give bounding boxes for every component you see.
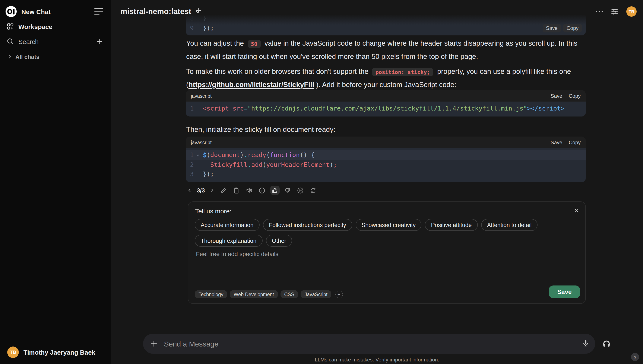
play-circle-icon [297, 187, 304, 194]
feedback-option[interactable]: Accurate information [195, 219, 260, 231]
thumbs-down-icon [284, 187, 291, 194]
user-menu[interactable]: TB Timothy Jaeryang Baek [4, 344, 107, 360]
code-line: 2 Stickyfill.add(yourHeaderElement); [186, 160, 586, 170]
help-button[interactable]: ? [631, 353, 639, 361]
assistant-paragraph: You can adjust the 50 value in the JavaS… [186, 37, 586, 62]
code-copy-button[interactable]: Copy [569, 139, 581, 145]
assistant-paragraph: To make this work on older browsers that… [186, 65, 586, 90]
app-logo[interactable] [6, 6, 17, 17]
bad-response-button[interactable] [283, 186, 292, 195]
app-window: New Chat Workspace Search [0, 0, 643, 364]
chevron-left-icon [187, 188, 192, 193]
feedback-options: Accurate informationFollowed instruction… [195, 219, 579, 247]
ellipsis-icon [596, 11, 597, 12]
sidebar-item-all-chats[interactable]: All chats [4, 51, 108, 62]
feedback-option[interactable]: Followed instructions perfectly [263, 219, 352, 231]
sidebar-item-search[interactable]: Search [4, 35, 108, 48]
voice-input-button[interactable] [581, 339, 590, 347]
more-options-button[interactable] [596, 11, 603, 12]
model-selector[interactable]: mistral-nemo:latest [120, 6, 200, 18]
sidebar-item-workspace[interactable]: Workspace [4, 20, 108, 33]
sidebar-add-button[interactable] [96, 38, 103, 45]
code-fold-icon[interactable] [196, 153, 202, 157]
search-icon [7, 38, 14, 45]
code-floating-actions: Save Copy [542, 24, 582, 32]
new-chat-button[interactable]: New Chat [21, 8, 51, 15]
feedback-save-button[interactable]: Save [549, 286, 580, 298]
code-save-button[interactable]: Save [550, 139, 562, 145]
next-response-button[interactable] [209, 186, 216, 194]
feedback-title: Tell us more: [195, 208, 231, 215]
refresh-icon [310, 187, 317, 194]
code-line: 9 }); [186, 23, 586, 33]
sidebar-header: New Chat [6, 5, 107, 18]
plus-icon [150, 340, 158, 348]
logo-ring [7, 9, 13, 14]
user-name: Timothy Jaeryang Baek [24, 348, 95, 356]
call-button[interactable] [602, 339, 611, 348]
good-response-button[interactable] [270, 186, 280, 195]
close-feedback-button[interactable] [572, 206, 581, 215]
code-copy-button[interactable]: Copy [563, 24, 582, 32]
code-line: 1 <script src="https://cdnjs.cloudflare.… [186, 104, 586, 113]
edit-button[interactable] [219, 186, 228, 195]
attach-button[interactable] [150, 340, 158, 348]
response-pager: 3/3 [197, 187, 205, 194]
sidebar-toggle-icon[interactable] [94, 8, 104, 15]
sidebar-item-label: All chats [15, 54, 40, 60]
close-icon [574, 208, 579, 213]
info-icon [259, 187, 266, 194]
code-line: 8 } [186, 14, 586, 23]
info-button[interactable] [257, 186, 267, 195]
message-input[interactable] [163, 334, 570, 354]
logo-bar [13, 9, 15, 14]
sliders-icon [610, 8, 619, 16]
plus-icon: + [338, 291, 340, 297]
code-block-javascript: javascript Save Copy 1 <script src="http… [186, 90, 586, 116]
previous-response-button[interactable] [186, 186, 193, 194]
code-copy-button[interactable]: Copy [569, 93, 581, 99]
add-tag-button[interactable]: + [335, 290, 343, 298]
code-language-label: javascript [191, 93, 212, 98]
code-block-header: javascript Save Copy [186, 136, 586, 148]
message-actions: 3/3 [186, 185, 318, 196]
plus-icon [96, 38, 103, 45]
feedback-tag[interactable]: Technology [195, 290, 227, 298]
code-line: 3 }); [186, 170, 586, 179]
feedback-option[interactable]: Attention to detail [481, 219, 538, 231]
code-save-button[interactable]: Save [550, 93, 562, 99]
feedback-tag[interactable]: Web Development [230, 290, 278, 298]
microphone-icon [581, 339, 590, 347]
feedback-details-input[interactable] [195, 250, 578, 285]
top-bar-right: TB [596, 6, 636, 17]
message-input-container [143, 334, 595, 354]
speaker-icon [246, 186, 253, 194]
model-name: mistral-nemo:latest [120, 7, 191, 16]
feedback-option[interactable]: Thorough explanation [195, 235, 262, 247]
code-block-body: 1 $(document).ready(function() { 2 Stick… [186, 148, 586, 182]
workspace-icon [7, 22, 14, 30]
feedback-option[interactable]: Showcased creativity [355, 219, 422, 231]
chat-controls-button[interactable] [610, 8, 619, 16]
inline-code: position: sticky; [372, 68, 434, 76]
sidebar: New Chat Workspace Search [0, 0, 111, 364]
feedback-option[interactable]: Positive attitude [425, 219, 478, 231]
chevron-right-icon [210, 188, 215, 193]
stickyfill-link[interactable]: https://github.com/littlestair/StickyFil… [189, 80, 314, 88]
new-chat-plus-button[interactable] [195, 7, 202, 14]
user-avatar-topbar[interactable]: TB [626, 6, 636, 17]
sidebar-item-label: Workspace [18, 23, 53, 30]
assistant-paragraph: Then, initialize the sticky fill on docu… [186, 123, 586, 136]
continue-response-button[interactable] [296, 186, 305, 195]
read-aloud-button[interactable] [245, 186, 254, 195]
feedback-tag[interactable]: JavaScript [301, 290, 331, 298]
thumbs-up-icon [271, 187, 279, 194]
copy-message-button[interactable] [232, 186, 241, 195]
code-save-button[interactable]: Save [542, 24, 561, 32]
regenerate-button[interactable] [309, 186, 318, 195]
clipboard-icon [233, 187, 240, 194]
plus-icon [195, 7, 202, 14]
feedback-tag[interactable]: CSS [280, 290, 298, 298]
feedback-option[interactable]: Other [266, 235, 292, 247]
disclaimer-text: LLMs can make mistakes. Verify important… [111, 357, 643, 363]
